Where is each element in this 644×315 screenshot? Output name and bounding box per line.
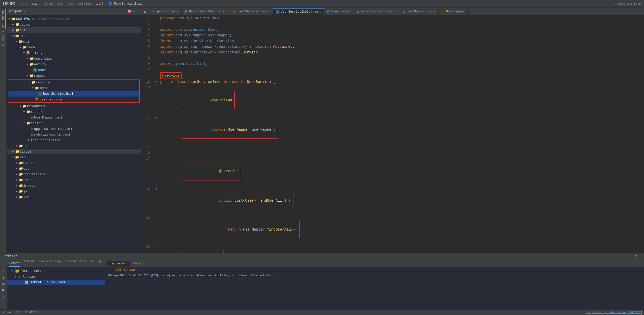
tree-mapper[interactable]: ▶ 📁 mapper	[7, 73, 141, 78]
tab-usermapper-java[interactable]: I UserMapper	[439, 8, 468, 15]
server-tree[interactable]: ▼ 🐱 Tomcat Server ▶ ▶ Running 🐱 Tomcat 8…	[7, 267, 105, 309]
mappers-arrow[interactable]: ▼	[22, 111, 26, 113]
tab-usermapper-xml[interactable]: 🗎 UserMapper.xml ✕	[400, 8, 438, 15]
locate-icon[interactable]: 🎯	[127, 9, 131, 13]
tree-spring[interactable]: ▼ 📁 spring	[7, 120, 141, 126]
sort-btn[interactable]: ≡	[1, 268, 6, 273]
tree-web[interactable]: ▼ 📂 web	[7, 154, 141, 160]
fontali-arrow[interactable]: ▶	[15, 173, 19, 176]
localhost-tab-close[interactable]: ✕	[25, 264, 26, 267]
content-arrow[interactable]: ▶	[15, 161, 19, 164]
tree-fontali[interactable]: ▶ 📁 fontAlibaba	[7, 171, 141, 177]
java-arrow[interactable]: ▼	[19, 46, 22, 49]
test-arrow[interactable]: ▶	[15, 144, 19, 147]
server-tab-server[interactable]: Server	[9, 261, 20, 267]
tomcat-server-item[interactable]: ▼ 🐱 Tomcat Server	[7, 268, 105, 274]
settings-icon[interactable]: ⚙	[133, 9, 135, 13]
tree-comsys[interactable]: ▼ 📦 com.sys	[7, 50, 141, 56]
tree-controller[interactable]: ▶ 📁 controller	[7, 56, 141, 61]
css-arrow[interactable]: ▶	[15, 167, 19, 170]
tree-service[interactable]: ▼ 📁 service	[8, 80, 139, 85]
main-arrow[interactable]: ▼	[15, 40, 19, 43]
tree-userserviceimpl[interactable]: C UserServiceImpl	[8, 91, 139, 97]
tab-userservice-close[interactable]: ✕	[269, 10, 270, 13]
server-arrow[interactable]: ▼	[11, 270, 13, 273]
add-btn[interactable]: +	[1, 295, 6, 300]
server-running-item[interactable]: ▶ ▶ Running	[7, 274, 105, 280]
group-btn[interactable]: ▤	[1, 281, 6, 287]
js-arrow[interactable]: ▶	[15, 190, 19, 193]
close-icon[interactable]: —	[137, 9, 139, 13]
tree-fonts[interactable]: ▶ 📁 fonts	[7, 177, 141, 183]
out-arrow[interactable]: ▶	[11, 29, 15, 32]
dropdown-arrow[interactable]: ▼	[23, 10, 25, 13]
change-indicator-12[interactable]: ●	[156, 79, 157, 85]
entity-arrow[interactable]: ▼	[26, 63, 29, 66]
deployment-tab[interactable]: Deployment	[107, 261, 130, 266]
fold-icon-20[interactable]: ⊟	[156, 244, 157, 250]
services-close-icon[interactable]: —	[639, 254, 641, 258]
tab-user-close[interactable]: ✕	[349, 10, 351, 13]
tree-mybatis[interactable]: 🗎 mybatis-config.xml	[7, 132, 141, 137]
tree-root[interactable]: ▼ 📁 SSM-MVC D:\IdeaProjects\SSM-MVC	[7, 16, 141, 22]
fold-icon-3[interactable]: ⊟	[156, 27, 157, 33]
code-editor[interactable]: 1 package com.sys.service.impl; 2 3 ⊟ im…	[141, 15, 644, 253]
tree-mappers[interactable]: ▼ 📁 mappers	[7, 109, 141, 115]
tree-java[interactable]: ▼ 📂 java	[7, 44, 141, 50]
fold-icon-9[interactable]: ⊟	[156, 61, 157, 67]
src-arrow[interactable]: ▼	[11, 35, 15, 37]
tab-userserviceimpl[interactable]: C UserServiceImpl.java ✕	[273, 8, 324, 15]
output-content[interactable]: ✓ → SSM-MVC:war 20-Sep-2020 19:41:57.276…	[105, 267, 644, 309]
tree-impl[interactable]: ▼ 📁 impl	[8, 85, 139, 91]
tree-entity[interactable]: ▼ 📁 entity	[7, 61, 141, 67]
target-arrow[interactable]: ▶	[11, 150, 15, 153]
spring-arrow[interactable]: ▼	[22, 122, 26, 125]
commit-tab[interactable]: 0: Commit	[1, 29, 6, 47]
idea-arrow[interactable]: ▶	[11, 23, 15, 26]
tab-jdbc-close[interactable]: ✕	[177, 10, 179, 13]
tree-out[interactable]: ▶ 📁 out	[7, 27, 141, 33]
tree-content[interactable]: ▶ 📁 Content	[7, 160, 141, 166]
tree-resources[interactable]: ▼ 📁 resources	[7, 103, 141, 109]
web-arrow[interactable]: ▼	[11, 156, 15, 159]
tree-test[interactable]: ▶ 📁 test	[7, 143, 141, 149]
catalina-tab-close[interactable]: ✕	[67, 264, 68, 267]
tomcat-instance-item[interactable]: 🐱 Tomcat 8.5.58 [local]	[7, 280, 105, 285]
tab-user[interactable]: C User.java ✕	[324, 8, 354, 15]
comsys-arrow[interactable]: ▼	[22, 52, 26, 54]
tree-app-mvc[interactable]: 🗎 application-mvc.xml	[7, 126, 141, 132]
tab-jdbc[interactable]: 🗎 jdbc.properties ✕	[141, 8, 182, 15]
tree-user-class[interactable]: C User	[7, 67, 141, 73]
tab-mybatis-close[interactable]: ✕	[395, 10, 397, 13]
project-tab[interactable]: 1: Project	[1, 9, 6, 29]
root-arrow[interactable]: ▼	[8, 18, 11, 20]
running-arrow[interactable]: ▶	[15, 275, 17, 278]
lib-arrow[interactable]: ▶	[15, 195, 19, 199]
tree-idea[interactable]: ▶ 📁 .idea	[7, 22, 141, 27]
tree-css[interactable]: ▶ 📁 css	[7, 166, 141, 171]
search-toolbar-btn[interactable]: 🔍	[1, 288, 6, 294]
controller-arrow[interactable]: ▶	[26, 57, 29, 60]
refresh-btn[interactable]: ↺	[1, 261, 6, 267]
tab-mybatis[interactable]: 🗎 mybatis-config.xml ✕	[354, 8, 400, 15]
images-arrow[interactable]: ▶	[15, 184, 19, 187]
tree-usermapper-xml[interactable]: 🗎 UserMapper.xml	[7, 115, 141, 120]
service-arrow[interactable]: ▼	[27, 81, 31, 84]
tree-target[interactable]: ▶ 📁 target	[7, 149, 141, 154]
tree-jdbc[interactable]: 🗎 jdbc.properties	[7, 137, 141, 143]
output-tab[interactable]: Output	[131, 261, 146, 266]
mapper-arrow[interactable]: ▶	[26, 74, 29, 77]
csdn-link[interactable]: https://blog.csdn.net/qq_2b203035	[586, 311, 642, 314]
tab-userserviceimpl-close[interactable]: ✕	[319, 10, 321, 14]
tab-usercontroller-close[interactable]: ✕	[226, 10, 227, 13]
tab-usermapper-xml-close[interactable]: ✕	[434, 10, 436, 13]
tree-src[interactable]: ▼ 📂 src	[7, 33, 141, 39]
tab-usercontroller[interactable]: C UserController.java ✕	[182, 8, 230, 15]
tree-js[interactable]: ▶ 📁 js	[7, 188, 141, 194]
tree-lib[interactable]: ▶ 📁 lib	[7, 194, 141, 200]
impl-arrow[interactable]: ▼	[31, 87, 35, 90]
filter-btn[interactable]: ⋮	[1, 274, 6, 280]
services-settings-icon[interactable]: ⚙	[635, 254, 637, 258]
project-tree[interactable]: ▼ 📁 SSM-MVC D:\IdeaProjects\SSM-MVC ▶ 📁 …	[7, 15, 141, 253]
tree-images[interactable]: ▶ 📁 images	[7, 183, 141, 188]
